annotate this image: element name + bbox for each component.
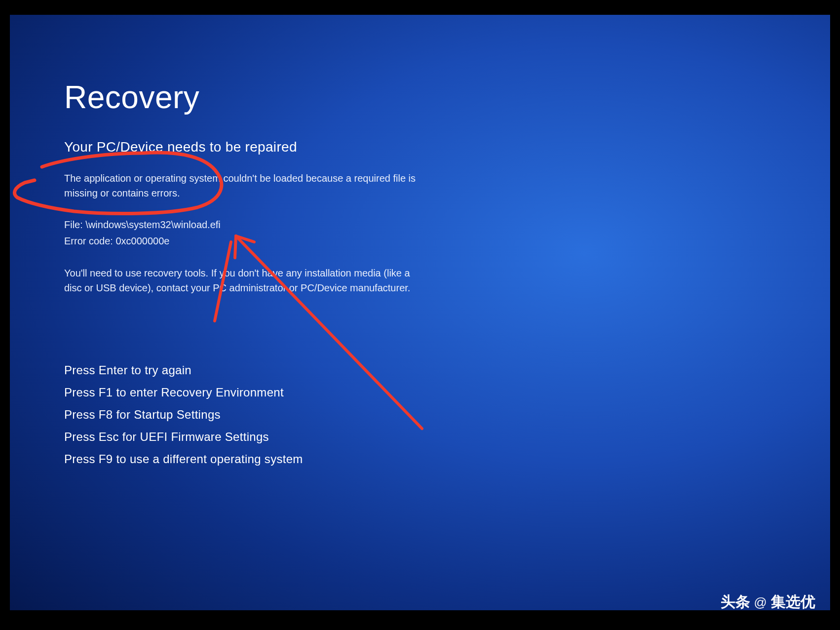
option-f9: Press F9 to use a different operating sy… [64,448,830,470]
watermark-at: @ [754,595,767,610]
recovery-screen: Recovery Your PC/Device needs to be repa… [10,15,830,610]
option-enter: Press Enter to try again [64,359,830,381]
file-info: File: \windows\system32\winload.efi [64,219,830,231]
error-description: The application or operating system coul… [64,171,420,200]
error-code-info: Error code: 0xc000000e [64,236,830,247]
watermark: 头条 @集选优 [721,592,815,612]
file-path: \windows\system32\winload.efi [85,219,220,230]
error-code: 0xc000000e [115,236,169,246]
boot-options: Press Enter to try again Press F1 to ent… [64,359,830,470]
file-label: File: [64,219,85,230]
option-f8: Press F8 for Startup Settings [64,404,830,426]
option-f1: Press F1 to enter Recovery Environment [64,382,830,403]
error-code-label: Error code: [64,236,115,246]
recovery-instructions: You'll need to use recovery tools. If yo… [64,266,429,295]
subtitle: Your PC/Device needs to be repaired [64,139,830,155]
page-title: Recovery [64,79,830,116]
watermark-brand: 头条 [721,592,750,612]
option-esc: Press Esc for UEFI Firmware Settings [64,426,830,448]
screen-wrapper: Recovery Your PC/Device needs to be repa… [0,0,840,630]
watermark-author: 集选优 [771,592,815,612]
